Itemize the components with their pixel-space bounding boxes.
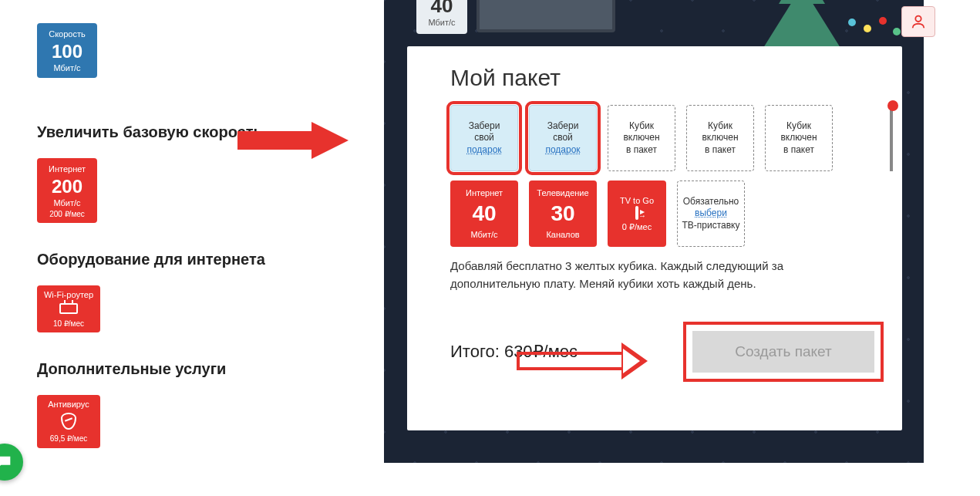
annotation-arrow-icon [312,122,349,159]
chat-icon [0,454,13,471]
cube-top: Интернет [466,187,503,198]
placeholder-cube[interactable]: Кубик включен в пакет [608,105,675,171]
ph-l2: включен [702,132,738,144]
garland-dot-icon [879,17,887,25]
ph-l3: в пакет [626,144,657,157]
gift-line1: Забери [547,120,579,133]
package-panel: 40 Мбит/с Мой пакет Забери свой подарок … [384,0,924,463]
wifi-router-tile[interactable]: Wi-Fi-роутер 10 ₽/мес [37,285,100,332]
tile-unit: Мбит/с [40,198,94,208]
gift-link[interactable]: подарок [466,144,501,157]
cube-bot: 0 ₽/мес [622,221,652,232]
garland-dot-icon [893,28,901,35]
gift-line2: свой [474,132,494,144]
cube-mid: 30 [551,200,574,228]
tv-cube[interactable]: Телевидение 30 Каналов [529,181,597,247]
slider-track-icon [890,105,893,171]
ph-l1: Кубик [629,120,654,133]
ph-l3: в пакет [783,144,814,157]
placeholder-cube[interactable]: Кубик включен в пакет [686,105,754,171]
cube-top: Телевидение [537,187,588,198]
cube-bot: Каналов [546,229,579,240]
ph-l3: в пакет [705,144,736,157]
ph-l1: Кубик [708,120,732,133]
section-extra-title: Дополнительные услуги [37,360,307,378]
tile-price: 10 ₽/мес [39,319,99,329]
gift-link[interactable]: подарок [545,144,580,157]
ph-l2: включен [780,132,817,144]
current-speed-block: 40 Мбит/с [416,0,467,34]
shield-icon [61,413,76,430]
internet-200-tile[interactable]: Интернет 200 Мбит/с 200 ₽/мес [37,158,97,223]
gift-cube-2[interactable]: Забери свой подарок [529,105,597,171]
cube-top: TV to Go [620,195,654,206]
gift-line1: Забери [469,120,500,133]
placeholder-cube[interactable]: Кубик включен в пакет [765,105,833,171]
package-hint: Добавляй бесплатно 3 желтых кубика. Кажд… [450,258,874,292]
speed-block-value: 40 [416,0,467,18]
antivirus-tile[interactable]: Антивирус 69,5 ₽/мес [37,395,100,448]
tile-label: Wi-Fi-роутер [39,290,99,300]
slider-knob[interactable] [887,100,898,111]
tile-value: 200 [40,176,94,197]
tile-price: 69,5 ₽/мес [39,434,99,444]
tile-price: 200 ₽/мес [40,210,94,219]
tree-top-icon [779,0,825,4]
tv-arrow-icon: → [638,211,646,221]
package-title: Мой пакет [450,65,874,91]
cube-bot: Мбит/с [470,229,497,240]
annotation-arrow-hollow-icon [517,352,625,370]
router-icon [59,303,78,314]
tvtogo-cube[interactable]: TV to Go → 0 ₽/мес [608,181,666,247]
stb-cube[interactable]: Обязательно выбери ТВ-приставку [677,181,745,247]
stb-l1: Обязательно [683,196,739,208]
garland-dot-icon [848,19,856,26]
ph-l1: Кубик [786,120,811,133]
user-account-button[interactable] [901,6,935,37]
chat-fab-button[interactable] [0,444,23,481]
garland-dot-icon [864,25,871,32]
gift-cube-1[interactable]: Забери свой подарок [450,105,518,171]
tile-label: Антивирус [39,400,99,410]
gift-line2: свой [553,132,573,144]
create-package-button[interactable]: Создать пакет [692,331,874,373]
cube-mid: 40 [472,200,496,228]
section-equipment-title: Оборудование для интернета [37,251,307,268]
stb-l3: ТВ-приставку [682,220,740,232]
tree-icon [763,0,840,48]
speed-block-unit: Мбит/с [416,18,467,27]
ph-l2: включен [623,132,659,144]
internet-cube[interactable]: Интернет 40 Мбит/с [450,181,518,247]
user-icon [910,13,927,30]
svg-point-0 [915,16,921,22]
tv-illustration-icon [477,0,615,32]
tile-label: Интернет [40,164,94,174]
total-label-text: Итого: [450,342,504,361]
stb-link[interactable]: выбери [695,208,727,220]
